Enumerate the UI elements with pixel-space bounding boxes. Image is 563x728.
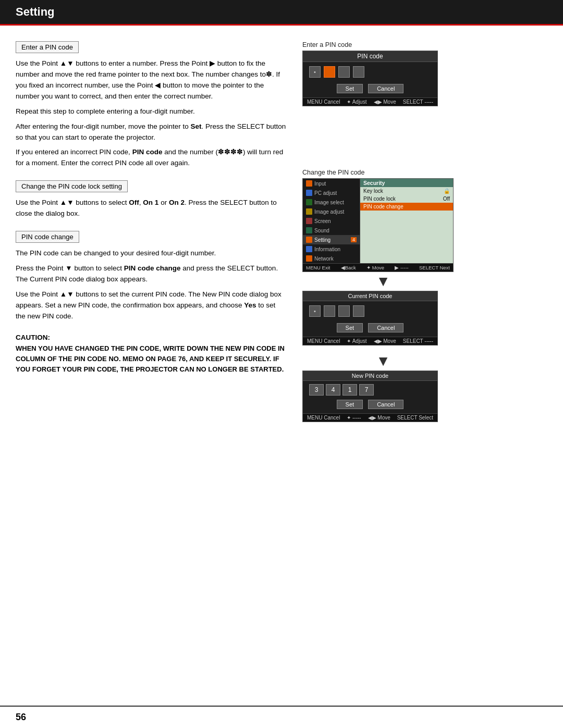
pin-cancel-button[interactable]: Cancel <box>368 84 403 93</box>
setting-icon <box>306 237 312 243</box>
pin-dialog-title: PIN code <box>303 51 437 62</box>
enter-pin-para-4: If you entered an incorrect PIN code, PI… <box>16 147 287 169</box>
security-menu-diagram: Input PC adjust Image select Image adjus… <box>302 178 454 272</box>
pin-set-button[interactable]: Set <box>337 84 363 93</box>
current-pin-statusbar: MENU Cancel ✦ Adjust ◀▶ Move SELECT ----… <box>303 337 437 345</box>
new-pin-digit-3: 1 <box>342 384 357 396</box>
current-pin-dot-3 <box>338 305 350 317</box>
sec-left-item-screen: Screen <box>303 216 360 226</box>
new-pin-digit-1: 3 <box>309 384 324 396</box>
new-pin-buttons: Set Cancel <box>303 398 437 413</box>
current-pin-set-button[interactable]: Set <box>337 323 363 332</box>
pin-dot-1: • <box>309 66 321 78</box>
pin-dialog: PIN code • Set Cancel MENU Cancel ✦ Adju… <box>302 51 438 106</box>
imgsel-icon <box>306 199 312 205</box>
current-pin-title: Current PIN code <box>303 291 437 301</box>
current-pin-dot-2 <box>324 305 335 317</box>
current-pin-cancel-button[interactable]: Cancel <box>368 323 403 332</box>
pin-dialog-diagram-label: Enter a PIN code <box>302 41 464 48</box>
enter-pin-section: Enter a PIN code Use the Point ▲▼ button… <box>16 41 287 169</box>
security-menu-body: Input PC adjust Image select Image adjus… <box>303 179 453 263</box>
statusbar-move: ◀▶ Move <box>374 99 396 105</box>
sec-keylock: Key lock 🔒 <box>360 187 453 195</box>
sec-status-back: ◀Back <box>341 265 356 270</box>
pin-dialog-body: • <box>303 62 437 82</box>
sec-statusbar: MENU Exit ◀Back ✦ Move ▶ ----- SELECT Ne… <box>303 263 453 272</box>
pin-dialog-statusbar: MENU Cancel ✦ Adjust ◀▶ Move SELECT ----… <box>303 97 437 106</box>
pin-change-para-2: Press the Point ▼ button to select PIN c… <box>16 263 287 285</box>
sec-pinchange: PIN code change <box>360 203 453 211</box>
new-pin-dialog: New PIN code 3 4 1 7 Set Cancel MENU Can… <box>302 371 438 422</box>
current-pin-dot-1: • <box>309 305 321 317</box>
pin-code-change-section: PIN code change The PIN code can be chan… <box>16 231 287 322</box>
enter-pin-para-1: Use the Point ▲▼ buttons to enter a numb… <box>16 58 287 102</box>
statusbar-cancel: MENU Cancel <box>307 99 340 105</box>
arrow-down-1: ▼ <box>302 274 464 289</box>
page-footer: 56 <box>0 706 563 728</box>
sec-right-panel: Security Key lock 🔒 PIN code lock Off PI… <box>360 179 453 263</box>
current-pin-body: • <box>303 301 437 321</box>
statusbar-adjust: ✦ Adjust <box>347 99 366 105</box>
pin-dialog-buttons: Set Cancel <box>303 82 437 97</box>
change-pin-diagram-label: Change the PIN code <box>302 169 464 176</box>
current-pin-diagram: Current PIN code • Set Cancel MENU Cance… <box>302 291 464 346</box>
new-pin-statusbar: MENU Cancel ✦ ----- ◀▶ Move SELECT Selec… <box>303 413 437 422</box>
sec-left-item-imgadj: Image adjust <box>303 207 360 216</box>
pin-dialog-diagram: Enter a PIN code PIN code • Set Cancel M… <box>302 41 464 106</box>
new-pin-cancel-button[interactable]: Cancel <box>368 400 403 409</box>
new-pin-set-button[interactable]: Set <box>337 400 363 409</box>
pin-code-change-label: PIN code change <box>16 231 79 243</box>
change-pin-lock-section: Change the PIN code lock setting Use the… <box>16 180 287 219</box>
page-header: Setting <box>0 0 563 24</box>
page-title: Setting <box>16 5 55 19</box>
new-pin-digit-4: 7 <box>359 384 374 396</box>
current-pin-dialog: Current PIN code • Set Cancel MENU Cance… <box>302 291 438 346</box>
new-pin-title: New PIN code <box>303 371 437 381</box>
sec-right-header: Security <box>360 179 453 187</box>
sec-status-right: ▶ ----- <box>395 265 408 270</box>
network-icon <box>306 255 312 262</box>
sec-left-item-info: Information <box>303 244 360 254</box>
pc-icon <box>306 190 312 196</box>
current-pin-dot-4 <box>353 305 364 317</box>
change-pin-lock-label: Change the PIN code lock setting <box>16 180 128 192</box>
info-icon <box>306 246 312 252</box>
sec-left-item-sound: Sound <box>303 226 360 235</box>
sec-left-item-network: Network <box>303 254 360 263</box>
statusbar-select: SELECT ----- <box>403 99 433 105</box>
sec-left-item-pc: PC adjust <box>303 188 360 198</box>
pin-change-para-3: Use the Point ▲▼ buttons to set the curr… <box>16 289 287 322</box>
sec-pinlock: PIN code lock Off <box>360 195 453 203</box>
new-pin-diagram: New PIN code 3 4 1 7 Set Cancel MENU Can… <box>302 371 464 422</box>
pin-dot-4 <box>353 66 364 78</box>
caution-text: WHEN YOU HAVE CHANGED THE PIN CODE, WRIT… <box>16 343 287 375</box>
arrow-down-2: ▼ <box>302 354 464 368</box>
sec-left-item-setting: Setting 4 <box>303 235 360 244</box>
input-icon <box>306 180 312 187</box>
screen-icon <box>306 218 312 224</box>
sound-icon <box>306 227 312 233</box>
pin-dot-2 <box>324 66 335 78</box>
new-pin-digits: 3 4 1 7 <box>303 381 437 398</box>
sec-left-item-input: Input <box>303 179 360 188</box>
sec-status-move: ✦ Move <box>366 265 384 270</box>
sec-left-item-imgsel: Image select <box>303 198 360 207</box>
pin-dot-3 <box>338 66 350 78</box>
caution-title: CAUTION: <box>16 334 287 341</box>
pin-change-para-1: The PIN code can be changed to your desi… <box>16 248 287 259</box>
right-column: Enter a PIN code PIN code • Set Cancel M… <box>302 41 464 430</box>
enter-pin-para-3: After entering the four-digit number, mo… <box>16 121 287 143</box>
sec-status-select: SELECT Next <box>419 265 450 270</box>
new-pin-digit-2: 4 <box>326 384 340 396</box>
left-column: Enter a PIN code Use the Point ▲▼ button… <box>16 41 287 430</box>
sec-left-menu: Input PC adjust Image select Image adjus… <box>303 179 360 263</box>
current-pin-buttons: Set Cancel <box>303 321 437 337</box>
imgadj-icon <box>306 208 312 215</box>
sec-status-exit: MENU Exit <box>306 265 330 270</box>
enter-pin-para-2: Repeat this step to complete entering a … <box>16 106 287 117</box>
change-pin-lock-para-1: Use the Point ▲▼ buttons to select Off, … <box>16 198 287 219</box>
main-content: Enter a PIN code Use the Point ▲▼ button… <box>0 26 563 446</box>
enter-pin-label: Enter a PIN code <box>16 41 79 53</box>
page-number: 56 <box>16 712 26 723</box>
caution-block: CAUTION: WHEN YOU HAVE CHANGED THE PIN C… <box>16 334 287 375</box>
